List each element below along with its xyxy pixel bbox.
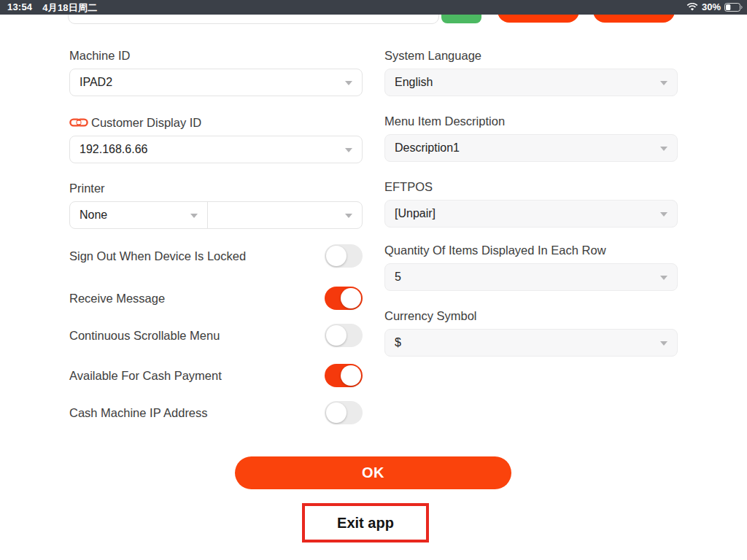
continuous-scrollable-menu-toggle[interactable] [325, 324, 363, 347]
settings-right-column: System Language English Menu Item Descri… [384, 48, 678, 357]
menu-item-description-label: Menu Item Description [384, 114, 678, 128]
chevron-down-icon [190, 214, 198, 218]
toggle-knob [341, 365, 361, 386]
machine-id-select[interactable]: IPAD2 [69, 69, 363, 96]
chevron-down-icon [660, 276, 667, 280]
chevron-down-icon [345, 214, 352, 218]
printer-type-value: None [80, 209, 107, 222]
link-icon [69, 117, 88, 128]
toggle-row-scrollable-menu: Continuous Scrollable Menu [69, 324, 363, 347]
toggle-row-sign-out: Sign Out When Device Is Locked [69, 244, 363, 268]
quantity-per-row-select[interactable]: 5 [384, 263, 678, 291]
toggle-knob [341, 288, 361, 308]
status-bar: 13:54 4月18日周二 30% [0, 0, 747, 15]
eftpos-label: EFTPOS [384, 179, 678, 194]
toggle-knob [326, 402, 347, 423]
receive-message-toggle[interactable] [325, 287, 363, 310]
ok-button[interactable]: OK [235, 456, 511, 489]
customer-display-id-label: Customer Display ID [69, 115, 363, 130]
battery-icon [724, 3, 743, 12]
battery-percent: 30% [702, 1, 721, 12]
toggle-row-cash-payment: Available For Cash Payment [69, 364, 363, 387]
menu-item-description-select[interactable]: Description1 [384, 134, 678, 162]
eftpos-value: [Unpair] [395, 207, 436, 220]
toggle-knob [326, 246, 347, 266]
chevron-down-icon [345, 81, 352, 85]
customer-display-id-value: 192.168.6.66 [80, 143, 147, 156]
currency-symbol-label: Currency Symbol [384, 308, 678, 323]
available-for-cash-payment-toggle[interactable] [325, 364, 363, 387]
settings-left-column: Machine ID IPAD2 Customer Display ID 192… [69, 48, 363, 424]
customer-display-id-select[interactable]: 192.168.6.66 [69, 136, 363, 163]
chevron-down-icon [660, 212, 667, 217]
settings-screen: 13:54 4月18日周二 30% Mac [0, 0, 747, 560]
printer-type-select[interactable]: None [70, 202, 208, 228]
sign-out-when-locked-toggle[interactable] [325, 244, 363, 268]
system-language-label: System Language [384, 48, 678, 63]
machine-id-value: IPAD2 [80, 76, 112, 89]
toggle-row-cash-machine-ip: Cash Machine IP Address [69, 401, 363, 424]
toggle-label: Receive Message [69, 292, 165, 306]
machine-id-label: Machine ID [69, 48, 363, 63]
currency-symbol-value: $ [395, 336, 401, 349]
chevron-down-icon [660, 341, 667, 346]
printer-label: Printer [69, 181, 363, 195]
system-language-select[interactable]: English [384, 69, 678, 96]
toggle-label: Continuous Scrollable Menu [69, 329, 220, 343]
status-time: 13:54 [7, 1, 32, 15]
wifi-icon [686, 3, 698, 12]
chevron-down-icon [660, 81, 667, 85]
toggle-label: Sign Out When Device Is Locked [69, 249, 246, 263]
printer-device-select[interactable] [208, 202, 362, 228]
menu-item-description-value: Description1 [395, 141, 460, 155]
chevron-down-icon [345, 148, 352, 152]
printer-selects: None [69, 201, 363, 229]
cash-machine-ip-toggle[interactable] [325, 401, 363, 424]
toggle-row-receive-message: Receive Message [69, 287, 363, 310]
quantity-per-row-label: Quantity Of Items Displayed In Each Row [384, 243, 678, 257]
toggle-label: Cash Machine IP Address [69, 406, 208, 420]
toggle-label: Available For Cash Payment [69, 369, 222, 383]
status-date: 4月18日周二 [42, 1, 97, 15]
chevron-down-icon [660, 147, 667, 151]
eftpos-select[interactable]: [Unpair] [384, 200, 678, 228]
toggle-knob [326, 325, 347, 346]
exit-app-button[interactable]: Exit app [302, 503, 429, 542]
system-language-value: English [395, 76, 433, 89]
quantity-per-row-value: 5 [395, 271, 401, 284]
currency-symbol-select[interactable]: $ [384, 329, 678, 357]
